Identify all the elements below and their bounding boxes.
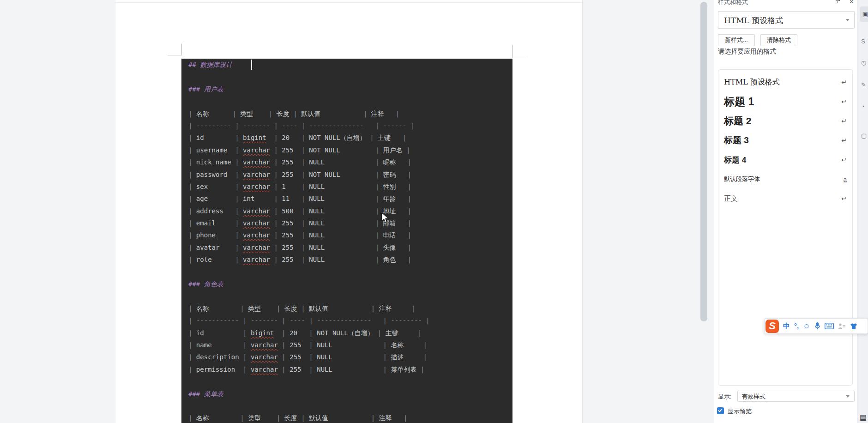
style-preset-combobox[interactable]: HTML 预设格式 — [718, 11, 855, 29]
apply-format-prompt: 请选择要应用的格式 — [718, 48, 776, 56]
doc-blank-line — [188, 375, 512, 387]
document-scrollbar-thumb[interactable] — [700, 2, 707, 321]
pin-icon[interactable] — [835, 0, 842, 4]
clear-format-button[interactable]: 清除格式 — [760, 34, 797, 46]
margin-mark-left-v — [181, 44, 182, 55]
chevron-down-icon — [846, 19, 850, 21]
edit-icon[interactable]: ✎ — [861, 81, 868, 88]
doc-table-line: | ----------- | ------- | ---- | -------… — [188, 314, 512, 326]
style-preset-value: HTML 预设格式 — [724, 15, 783, 26]
doc-heading-line: ### 菜单表 — [188, 388, 512, 400]
doc-heading-line: ### 用户表 — [188, 83, 512, 95]
style-item-label: 标题 3 — [724, 134, 749, 146]
styles-panel: 样式和格式 ✕ HTML 预设格式 新样式... 清除格式 请选择要应用的格式 … — [714, 0, 857, 423]
doc-table-line: | id | bigint | 20 | NOT NULL（自增） | 主键 | — [188, 327, 512, 339]
doc-table-line: | permission | varchar | 255 | NULL | 菜单… — [188, 363, 512, 375]
paragraph-return-icon: ↵ — [841, 98, 847, 105]
style-item-label: 标题 4 — [724, 155, 746, 165]
paragraph-return-icon: ↵ — [841, 195, 847, 202]
new-style-button[interactable]: 新样式... — [718, 34, 755, 46]
panel-tab-icon[interactable]: ▣ — [860, 6, 868, 22]
style-item-html-preset[interactable]: HTML 预设格式 ↵ — [718, 73, 852, 92]
check-mark-icon — [718, 408, 722, 412]
doc-table-line: | 名称 | 类型 | 长度 | 默认值 | 注释 | — [188, 412, 512, 423]
doc-heading-line: ## 数据库设计 — [188, 59, 512, 71]
text-caret — [251, 60, 252, 70]
right-sidebar-strip: ▣S◷✎◔▢▤ — [857, 0, 868, 423]
page-top-boundary — [115, 2, 582, 3]
doc-table-line: | age | int | 11 | NULL | 年龄 | — [188, 193, 512, 205]
margin-mark-right-h — [512, 58, 526, 58]
ime-punctuation-icon[interactable]: °, — [794, 319, 799, 333]
margin-mark-left-h — [168, 55, 181, 55]
doc-table-line: | id | bigint | 20 | NOT NULL（自增） | 主键 | — [188, 132, 512, 144]
style-item-heading-1[interactable]: 标题 1 ↵ — [718, 92, 852, 111]
ime-status-bar: S 中 °, ☺ — [764, 318, 868, 334]
display-filter-select[interactable]: 有效样式 — [737, 391, 855, 402]
mouse-cursor — [381, 213, 390, 225]
paragraph-return-icon: ↵ — [841, 79, 847, 86]
display-filter-value: 有效样式 — [741, 393, 766, 401]
doc-table-line: | password | varchar | 255 | NOT NULL | … — [188, 169, 512, 181]
style-item-heading-3[interactable]: 标题 3 ↵ — [718, 131, 852, 150]
style-item-heading-2[interactable]: 标题 2 ↵ — [718, 111, 852, 131]
doc-table-line: | email | varchar | 255 | NULL | 邮箱 | — [188, 217, 512, 229]
contact-icon[interactable]: ◔ — [861, 103, 868, 110]
doc-table-line: | nick_name | varchar | 255 | NULL | 昵称 … — [188, 156, 512, 168]
ime-emoji-icon[interactable]: ☺ — [803, 319, 810, 333]
doc-blank-line — [188, 266, 512, 278]
box-icon[interactable]: ▢ — [861, 132, 868, 139]
doc-table-line: | --------- | ------- | ---- | ---------… — [188, 120, 512, 132]
sogou-logo-icon[interactable]: S — [766, 320, 779, 333]
clock-icon[interactable]: ◷ — [861, 59, 868, 66]
margin-mark-right-v — [512, 45, 513, 58]
doc-table-line: | 名称 | 类型 | 长度 | 默认值 | 注释 | — [188, 108, 512, 120]
doc-table-line: | sex | varchar | 1 | NULL | 性别 | — [188, 181, 512, 193]
document-page[interactable]: ## 数据库设计### 用户表| 名称 | 类型 | 长度 | 默认值 | 注释… — [115, 0, 583, 423]
style-item-label: HTML 预设格式 — [724, 78, 780, 87]
ime-chinese-mode-icon[interactable]: 中 — [783, 319, 790, 333]
style-item-label: 默认段落字体 — [724, 175, 760, 183]
doc-table-line: | address | varchar | 500 | NULL | 地址 | — [188, 205, 512, 217]
style-item-label: 正文 — [724, 194, 738, 203]
style-list: HTML 预设格式 ↵ 标题 1 ↵ 标题 2 ↵ 标题 3 ↵ 标题 4 ↵ … — [718, 69, 853, 386]
style-item-heading-4[interactable]: 标题 4 ↵ — [718, 150, 852, 169]
style-item-default-paragraph-font[interactable]: 默认段落字体 a — [718, 169, 852, 189]
menu-bottom-icon[interactable]: ▤ — [860, 413, 868, 422]
paragraph-return-icon: ↵ — [841, 156, 847, 163]
paragraph-return-icon: ↵ — [841, 117, 847, 125]
pin-icon-leg — [838, 1, 838, 3]
panel-title: 样式和格式 — [718, 0, 748, 6]
doc-table-line: | role | varchar | 255 | NULL | 角色 | — [188, 254, 512, 266]
show-preview-label: 显示预览 — [728, 407, 752, 416]
display-label: 显示: — [718, 393, 732, 401]
doc-blank-line — [188, 71, 512, 83]
doc-blank-line — [188, 290, 512, 302]
ime-voice-icon[interactable] — [814, 322, 820, 330]
display-filter-row: 显示: 有效样式 — [718, 391, 855, 402]
checkbox-checked-icon — [717, 407, 724, 414]
doc-table-line: | 名称 | 类型 | 长度 | 默认值 | 注释 | — [188, 302, 512, 314]
doc-blank-line — [188, 400, 512, 412]
markdown-code-block[interactable]: ## 数据库设计### 用户表| 名称 | 类型 | 长度 | 默认值 | 注释… — [181, 59, 512, 423]
doc-table-line: | phone | varchar | 255 | NULL | 电话 | — [188, 229, 512, 241]
character-style-icon: a — [844, 176, 847, 183]
workspace: ## 数据库设计### 用户表| 名称 | 类型 | 长度 | 默认值 | 注释… — [0, 0, 868, 423]
style-item-label: 标题 1 — [724, 95, 754, 109]
doc-table-line: | username | varchar | 255 | NOT NULL | … — [188, 144, 512, 156]
paragraph-return-icon: ↵ — [841, 137, 847, 144]
doc-heading-line: ### 角色表 — [188, 278, 512, 290]
doc-table-line: | description | varchar | 255 | NULL | 描… — [188, 351, 512, 363]
ime-soft-keyboard-icon[interactable] — [825, 323, 834, 329]
style-item-label: 标题 2 — [724, 115, 752, 127]
doc-blank-line — [188, 95, 512, 107]
ime-account-icon[interactable] — [838, 323, 846, 330]
chevron-down-icon — [846, 395, 850, 398]
doc-table-line: | name | varchar | 255 | NULL | 名称 | — [188, 339, 512, 351]
share-icon[interactable]: S — [861, 38, 868, 45]
doc-table-line: | avatar | varchar | 255 | NULL | 头像 | — [188, 242, 512, 254]
style-item-body-text[interactable]: 正文 ↵ — [718, 189, 852, 208]
ime-skin-icon[interactable] — [850, 323, 857, 330]
close-icon[interactable]: ✕ — [849, 0, 854, 5]
